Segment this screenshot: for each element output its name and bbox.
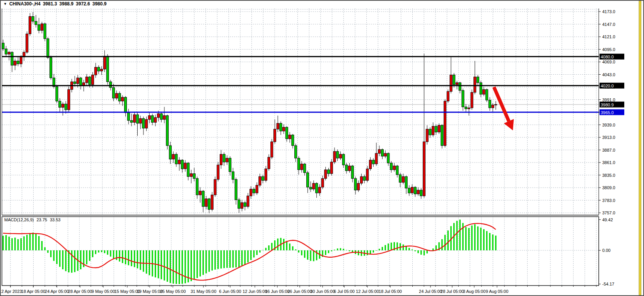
svg-text:0.00: 0.00 [602, 248, 610, 253]
svg-text:15 May 05:00: 15 May 05:00 [114, 289, 140, 294]
svg-text:18 Jul 05:00: 18 Jul 05:00 [379, 289, 402, 294]
svg-text:12 Jun 05:00: 12 Jun 05:00 [243, 289, 267, 294]
quote-close: 3980.9 [92, 1, 107, 7]
svg-text:3 Aug 05:00: 3 Aug 05:00 [463, 289, 486, 294]
svg-text:3965.0: 3965.0 [601, 110, 614, 115]
svg-text:12 Apr 2023: 12 Apr 2023 [0, 289, 22, 294]
svg-text:3980.9: 3980.9 [601, 103, 614, 107]
svg-text:24 Jul 05:00: 24 Jul 05:00 [419, 289, 442, 294]
svg-text:3913.0: 3913.0 [602, 135, 615, 140]
svg-text:4043.0: 4043.0 [602, 72, 615, 77]
price-tag-3980.9: 3980.9 [600, 102, 624, 108]
svg-text:3861.0: 3861.0 [602, 160, 615, 165]
svg-text:24 Apr 05:00: 24 Apr 05:00 [45, 289, 69, 294]
macd-name: MACD(12,26,9) [4, 217, 34, 222]
svg-text:49.42: 49.42 [602, 217, 613, 222]
svg-text:28 Jul 05:00: 28 Jul 05:00 [441, 289, 464, 294]
svg-text:3991.0: 3991.0 [602, 98, 615, 102]
svg-text:3783.0: 3783.0 [602, 198, 615, 203]
svg-text:9 Aug 05:00: 9 Aug 05:00 [486, 289, 509, 294]
price-tag-3965.0: 3965.0 [600, 110, 624, 115]
svg-text:16 Jun 05:00: 16 Jun 05:00 [265, 289, 290, 294]
chart-canvas[interactable]: 4173.04147.04121.04095.04069.04043.04017… [0, 0, 644, 296]
svg-text:4069.0: 4069.0 [602, 60, 615, 64]
svg-text:3835.0: 3835.0 [602, 173, 615, 178]
macd-indicator-label: MACD(12,26,9) 23.75 33.53 [4, 217, 60, 222]
svg-text:25 May 05:00: 25 May 05:00 [160, 289, 186, 294]
svg-text:3757.0: 3757.0 [602, 210, 615, 215]
chart-window: 4173.04147.04121.04095.04069.04043.04017… [0, 0, 644, 296]
symbol-dropdown-icon[interactable]: ▼ [3, 2, 7, 6]
svg-text:4095.0: 4095.0 [602, 47, 615, 52]
svg-text:6 Jun 05:00: 6 Jun 05:00 [219, 289, 241, 294]
svg-text:26 Jun 05:00: 26 Jun 05:00 [287, 289, 312, 294]
macd-value: 23.75 [36, 217, 47, 222]
window-edge-strip [639, 1, 641, 295]
macd-signal-value: 33.53 [50, 217, 61, 222]
svg-text:4121.0: 4121.0 [602, 34, 615, 39]
svg-text:3809.0: 3809.0 [602, 185, 615, 190]
svg-text:4020.0: 4020.0 [601, 84, 614, 88]
svg-text:4173.0: 4173.0 [602, 9, 615, 14]
chart-title: ▼ CHINA300-,H4 3981.3 3988.9 3972.6 3980… [3, 1, 106, 7]
svg-text:19 May 05:00: 19 May 05:00 [137, 289, 163, 294]
price-tag-4080.0: 4080.0 [600, 54, 624, 60]
quote-low: 3972.6 [76, 1, 90, 7]
svg-text:4147.0: 4147.0 [602, 22, 615, 27]
svg-text:31 May 05:00: 31 May 05:00 [191, 289, 217, 294]
svg-text:28 Apr 05:00: 28 Apr 05:00 [68, 289, 92, 294]
svg-text:9 May 05:00: 9 May 05:00 [92, 289, 115, 294]
svg-text:18 Apr 05:00: 18 Apr 05:00 [21, 289, 45, 294]
quote-high: 3988.9 [59, 1, 73, 7]
svg-text:3887.0: 3887.0 [602, 148, 615, 152]
svg-text:3939.0: 3939.0 [602, 123, 615, 127]
svg-text:6 Jul 05:00: 6 Jul 05:00 [334, 289, 355, 294]
svg-text:4080.0: 4080.0 [601, 55, 614, 59]
svg-text:12 Jul 05:00: 12 Jul 05:00 [356, 289, 379, 294]
svg-text:-54.17: -54.17 [602, 282, 614, 286]
svg-text:30 Jun 05:00: 30 Jun 05:00 [310, 289, 335, 294]
quote-open: 3981.3 [43, 1, 57, 7]
symbol-period-label: CHINA300-,H4 [9, 1, 41, 7]
price-tag-4020.0: 4020.0 [600, 83, 624, 89]
